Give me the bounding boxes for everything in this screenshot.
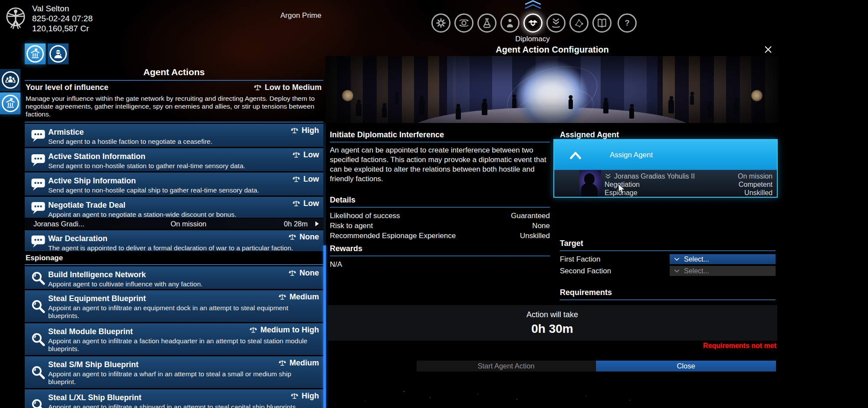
- screen: Val Selton 825-02-24 07:28 120,160,587 C…: [0, 0, 868, 408]
- scale-icon: [288, 269, 296, 277]
- influence-row: Your level of influence Low to Medium: [25, 81, 323, 93]
- second-faction-select[interactable]: Select...: [670, 266, 776, 276]
- menu-personnel[interactable]: [500, 13, 519, 33]
- dialog-left-column: Initiate Diplomatic Interference An agen…: [330, 130, 550, 184]
- landing-icon: [550, 17, 562, 29]
- action-description: Appoint an agent to infiltrate a faction…: [48, 337, 319, 352]
- agent-option[interactable]: Joranas Gradias Yohulis II On mission Ne…: [554, 170, 777, 197]
- government-building-icon: [26, 45, 44, 63]
- target-title: Target: [560, 239, 776, 248]
- constellation-icon: [573, 17, 585, 29]
- action-title: Active Station Information: [48, 152, 145, 161]
- player-info: Val Selton 825-02-24 07:28 120,160,587 C…: [32, 3, 92, 33]
- agent-name: Joranas Gradias Yohulis II: [614, 172, 695, 180]
- scale-icon: [290, 392, 299, 400]
- menu-diplomacy[interactable]: [523, 13, 542, 33]
- magnifier-icon: [28, 269, 48, 287]
- menu-research[interactable]: [477, 13, 496, 33]
- espionage-section-header: Espionage: [25, 252, 323, 265]
- duration-box: Action will take 0h 30m: [327, 305, 777, 341]
- action-title: Steal Equipment Blueprint: [48, 294, 146, 303]
- chat-bubble-icon: [28, 126, 48, 145]
- chat-bubble-icon: [28, 199, 48, 216]
- dialog-title: Agent Action Configuration: [326, 41, 779, 55]
- influence-value: Low to Medium: [253, 83, 322, 92]
- action-description: Send agent to non-hostile station to gat…: [48, 162, 319, 170]
- close-button[interactable]: Close: [596, 361, 776, 372]
- menu-empire[interactable]: [454, 13, 473, 33]
- action-row-steal-lxl-ship-blueprint[interactable]: Steal L/XL Ship Blueprint High Appoint a…: [25, 389, 323, 408]
- assign-agent-dropdown-header[interactable]: Assign Agent: [554, 140, 777, 170]
- action-row-build-intelligence-network[interactable]: Build Intelligence Network None Appoint …: [25, 266, 323, 289]
- details-section: Details Likelihood of successGuaranteed …: [330, 196, 550, 241]
- double-chevron-down-icon: [605, 173, 612, 180]
- menu-help[interactable]: ?: [618, 13, 637, 33]
- tab-agents[interactable]: [48, 43, 69, 64]
- sidebar-item-diplomacy[interactable]: [0, 93, 20, 114]
- action-description: Appoint an agent to infiltrate a shipyar…: [48, 403, 319, 408]
- assigned-agent-title: Assigned Agent: [560, 130, 776, 139]
- panel-title: Agent Actions: [25, 67, 323, 81]
- rewards-title: Rewards: [330, 244, 550, 253]
- player-name: Val Selton: [32, 3, 92, 13]
- details-title: Details: [330, 196, 550, 205]
- scale-icon: [288, 233, 296, 241]
- action-description: Send agent to non-hostile capital ship t…: [48, 186, 319, 194]
- spy-agent-icon: [49, 45, 67, 63]
- panel-description: Manage your influence within the gate ne…: [25, 93, 323, 122]
- requirements-warning: Requirements not met: [703, 342, 776, 350]
- magnifier-icon: [28, 391, 48, 408]
- action-description: Appoint an agent to infiltrate an equipm…: [48, 304, 319, 319]
- action-description: Appoint an agent to infiltrate a wharf i…: [48, 370, 319, 385]
- detail-row: Recommended Espionage ExperienceUnskille…: [330, 231, 550, 241]
- vitruvian-man-icon: [3, 3, 28, 32]
- agent-mission-status-row[interactable]: Joranas Gradi... On mission 0h 28m: [25, 219, 323, 229]
- agent-name-truncated: Joranas Gradi...: [27, 220, 171, 228]
- action-row-steal-equipment-blueprint[interactable]: Steal Equipment Blueprint Medium Appoint…: [25, 290, 323, 322]
- menu-transactions[interactable]: [546, 13, 566, 33]
- action-row-steal-module-blueprint[interactable]: Steal Module Blueprint Medium to High Ap…: [25, 323, 323, 355]
- action-config-description: An agent can be appointed to create inte…: [330, 146, 550, 184]
- action-row-armistice[interactable]: Armistice High Send agent to a hostile f…: [25, 124, 323, 147]
- action-row-war-declaration[interactable]: War Declaration None The agent is appoin…: [25, 230, 323, 251]
- menu-encyclopedia[interactable]: [592, 13, 612, 33]
- action-title: Negotiate Trade Deal: [48, 201, 125, 210]
- book-icon: [596, 17, 608, 29]
- action-row-active-ship-information[interactable]: Active Ship Information Low Send agent t…: [25, 172, 323, 196]
- menu-settings[interactable]: [431, 13, 450, 33]
- target-section: Target First Faction Select... Second Fa…: [560, 239, 776, 278]
- rewards-section: Rewards N/A: [330, 244, 550, 269]
- action-list: Armistice High Send agent to a hostile f…: [25, 124, 323, 408]
- people-group-icon: [2, 71, 19, 89]
- action-row-steal-sm-ship-blueprint[interactable]: Steal S/M Ship Blueprint Medium Appoint …: [25, 356, 323, 388]
- orbit-icon: [458, 17, 470, 29]
- chat-bubble-icon: [28, 150, 48, 169]
- assign-agent-label: Assign Agent: [610, 151, 653, 159]
- tab-government[interactable]: [25, 43, 46, 64]
- first-faction-select[interactable]: Select...: [670, 254, 776, 264]
- action-description: The agent is appointed to deliver a form…: [48, 244, 319, 252]
- action-title: Steal S/M Ship Blueprint: [48, 360, 138, 369]
- agent-time-remaining: 0h 28m: [273, 220, 308, 228]
- second-faction-row: Second Faction Select...: [560, 266, 776, 276]
- top-menu: ?: [431, 13, 637, 33]
- question-icon: ?: [621, 17, 633, 29]
- scene-image: [326, 56, 779, 123]
- panel-tabs: [25, 43, 323, 64]
- menu-missions[interactable]: [569, 13, 589, 33]
- agent-actions-panel: Agent Actions Your level of influence Lo…: [25, 43, 323, 408]
- scale-icon: [292, 175, 300, 183]
- background-speckles: [404, 391, 404, 392]
- start-agent-action-button[interactable]: Start Agent Action: [417, 361, 595, 372]
- action-title: Steal L/XL Ship Blueprint: [48, 393, 141, 402]
- chat-bubble-icon: [28, 175, 48, 194]
- action-description: Appoint agent to cultivate influence wit…: [48, 280, 319, 288]
- sidebar-item-factions[interactable]: [0, 69, 20, 91]
- chevron-down-icon: [673, 267, 681, 275]
- close-x-icon[interactable]: [763, 44, 774, 55]
- action-row-negotiate-trade-deal[interactable]: Negotiate Trade Deal Low Appoint an agen…: [25, 197, 323, 218]
- scale-icon: [292, 199, 300, 208]
- chat-bubble-icon: [28, 232, 48, 249]
- action-row-active-station-information[interactable]: Active Station Information Low Send agen…: [25, 148, 323, 171]
- person-icon: [504, 17, 516, 29]
